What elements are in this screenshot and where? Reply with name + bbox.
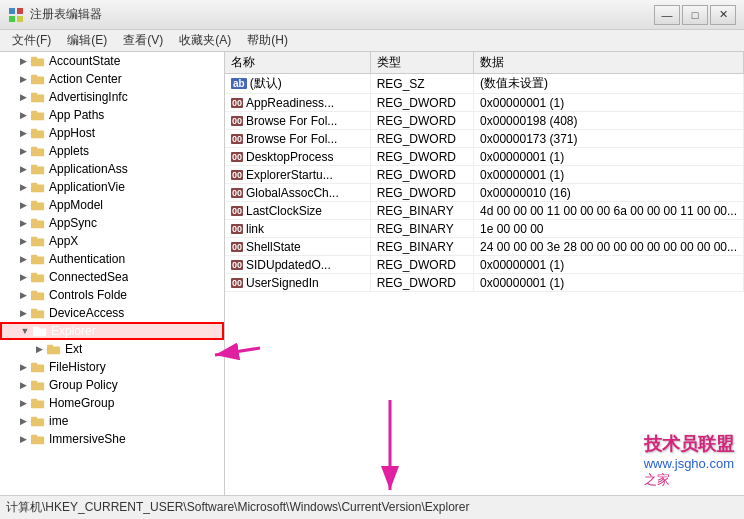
expand-icon[interactable]: ▶: [16, 234, 30, 248]
registry-row[interactable]: 00LastClockSizeREG_BINARY4d 00 00 00 11 …: [225, 202, 744, 220]
menu-item[interactable]: 帮助(H): [239, 30, 296, 51]
close-button[interactable]: ✕: [710, 5, 736, 25]
expand-icon[interactable]: ▶: [16, 396, 30, 410]
expand-icon[interactable]: ▶: [16, 252, 30, 266]
tree-item[interactable]: ▶ AdvertisingInfc: [0, 88, 224, 106]
menu-item[interactable]: 编辑(E): [59, 30, 115, 51]
tree-item-label: App Paths: [49, 108, 104, 122]
expand-icon[interactable]: ▶: [16, 126, 30, 140]
tree-item[interactable]: ▶ AppSync: [0, 214, 224, 232]
expand-icon[interactable]: ▶: [16, 270, 30, 284]
folder-icon: [30, 107, 46, 123]
registry-row[interactable]: 00SIDUpdatedO...REG_DWORD0x00000001 (1): [225, 256, 744, 274]
tree-panel[interactable]: ▶ AccountState▶ Action Center▶ Advertisi…: [0, 52, 225, 495]
reg-data: 0x00000010 (16): [474, 184, 744, 202]
tree-item[interactable]: ▶ ApplicationVie: [0, 178, 224, 196]
expand-icon[interactable]: ▶: [32, 342, 46, 356]
expand-icon[interactable]: ▶: [16, 144, 30, 158]
expand-icon[interactable]: ▶: [16, 378, 30, 392]
reg-type: REG_BINARY: [370, 220, 473, 238]
expand-icon[interactable]: ▶: [16, 432, 30, 446]
reg-type: REG_BINARY: [370, 202, 473, 220]
folder-icon: [30, 233, 46, 249]
svg-rect-5: [31, 57, 37, 61]
expand-icon[interactable]: ▶: [16, 198, 30, 212]
svg-rect-43: [31, 399, 37, 403]
minimize-button[interactable]: —: [654, 5, 680, 25]
tree-item[interactable]: ▶ Ext: [0, 340, 224, 358]
reg-data: 24 00 00 00 3e 28 00 00 00 00 00 00 00 0…: [474, 238, 744, 256]
menu-item[interactable]: 文件(F): [4, 30, 59, 51]
folder-icon: [30, 305, 46, 321]
tree-item[interactable]: ▶ AppModel: [0, 196, 224, 214]
registry-row[interactable]: 00ExplorerStartu...REG_DWORD0x00000001 (…: [225, 166, 744, 184]
registry-panel[interactable]: 名称 类型 数据 ab(默认)REG_SZ(数值未设置)00AppReadine…: [225, 52, 744, 495]
tree-item[interactable]: ▶ ime: [0, 412, 224, 430]
folder-icon: [30, 125, 46, 141]
tree-item[interactable]: ▶ Applets: [0, 142, 224, 160]
registry-row[interactable]: 00Browse For Fol...REG_DWORD0x00000198 (…: [225, 112, 744, 130]
tree-item[interactable]: ▶ Group Policy: [0, 376, 224, 394]
reg-type: REG_DWORD: [370, 112, 473, 130]
svg-rect-29: [31, 273, 37, 277]
registry-row[interactable]: ab(默认)REG_SZ(数值未设置): [225, 74, 744, 94]
tree-item[interactable]: ▶ AccountState: [0, 52, 224, 70]
expand-icon[interactable]: ▶: [16, 216, 30, 230]
expand-icon[interactable]: ▶: [16, 360, 30, 374]
reg-data: 0x00000001 (1): [474, 94, 744, 112]
tree-item-label: AppX: [49, 234, 78, 248]
expand-icon[interactable]: ▶: [16, 414, 30, 428]
tree-item[interactable]: ▶ FileHistory: [0, 358, 224, 376]
tree-item[interactable]: ▶ AppX: [0, 232, 224, 250]
tree-item[interactable]: ▶ ImmersiveShe: [0, 430, 224, 448]
expand-icon[interactable]: ▶: [16, 90, 30, 104]
svg-rect-25: [31, 237, 37, 241]
tree-item[interactable]: ▼ Explorer: [0, 322, 224, 340]
expand-icon[interactable]: ▶: [16, 54, 30, 68]
title-bar: 注册表编辑器 — □ ✕: [0, 0, 744, 30]
registry-row[interactable]: 00UserSignedInREG_DWORD0x00000001 (1): [225, 274, 744, 292]
expand-icon[interactable]: ▶: [16, 162, 30, 176]
reg-data: 0x00000198 (408): [474, 112, 744, 130]
folder-icon: [30, 413, 46, 429]
tree-item[interactable]: ▶ Authentication: [0, 250, 224, 268]
tree-item[interactable]: ▶ DeviceAccess: [0, 304, 224, 322]
registry-row[interactable]: 00GlobalAssocCh...REG_DWORD0x00000010 (1…: [225, 184, 744, 202]
registry-row[interactable]: 00ShellStateREG_BINARY24 00 00 00 3e 28 …: [225, 238, 744, 256]
registry-row[interactable]: 00DesktopProcessREG_DWORD0x00000001 (1): [225, 148, 744, 166]
col-type: 类型: [370, 52, 473, 74]
menu-item[interactable]: 收藏夹(A): [171, 30, 239, 51]
registry-row[interactable]: 00Browse For Fol...REG_DWORD0x00000173 (…: [225, 130, 744, 148]
expand-icon[interactable]: ▶: [16, 108, 30, 122]
menu-item[interactable]: 查看(V): [115, 30, 171, 51]
expand-icon[interactable]: ▶: [16, 306, 30, 320]
tree-item[interactable]: ▶ ApplicationAss: [0, 160, 224, 178]
expand-icon[interactable]: ▶: [16, 288, 30, 302]
svg-rect-0: [9, 8, 15, 14]
reg-name: 00UserSignedIn: [225, 274, 370, 292]
expand-icon[interactable]: ▼: [18, 324, 32, 338]
registry-row[interactable]: 00AppReadiness...REG_DWORD0x00000001 (1): [225, 94, 744, 112]
tree-item[interactable]: ▶ ConnectedSea: [0, 268, 224, 286]
tree-item[interactable]: ▶ Action Center: [0, 70, 224, 88]
reg-name: 00SIDUpdatedO...: [225, 256, 370, 274]
reg-data: 1e 00 00 00: [474, 220, 744, 238]
expand-icon[interactable]: ▶: [16, 180, 30, 194]
expand-icon[interactable]: ▶: [16, 72, 30, 86]
tree-item[interactable]: ▶ HomeGroup: [0, 394, 224, 412]
svg-rect-31: [31, 291, 37, 295]
tree-item-label: FileHistory: [49, 360, 106, 374]
maximize-button[interactable]: □: [682, 5, 708, 25]
reg-data: 0x00000001 (1): [474, 166, 744, 184]
registry-row[interactable]: 00linkREG_BINARY1e 00 00 00: [225, 220, 744, 238]
tree-item[interactable]: ▶ App Paths: [0, 106, 224, 124]
reg-data: 4d 00 00 00 11 00 00 00 6a 00 00 00 11 0…: [474, 202, 744, 220]
reg-type: REG_DWORD: [370, 256, 473, 274]
svg-rect-2: [9, 16, 15, 22]
tree-item[interactable]: ▶ AppHost: [0, 124, 224, 142]
tree-item[interactable]: ▶ Controls Folde: [0, 286, 224, 304]
reg-name: 00AppReadiness...: [225, 94, 370, 112]
reg-name: ab(默认): [225, 74, 370, 94]
tree-item-label: ImmersiveShe: [49, 432, 126, 446]
reg-name: 00ExplorerStartu...: [225, 166, 370, 184]
